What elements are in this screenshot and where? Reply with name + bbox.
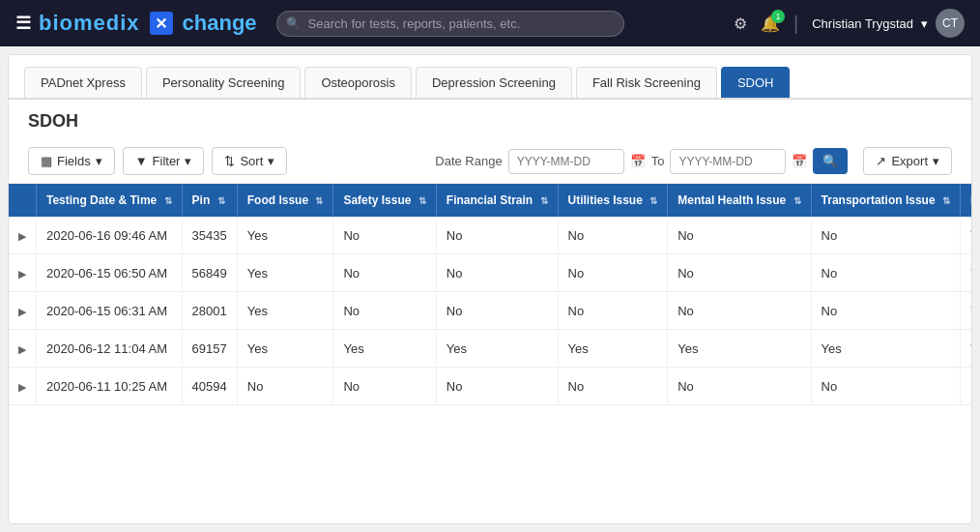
menu-icon[interactable]: ☰ bbox=[15, 13, 31, 34]
table-row: ▶ 2020-06-15 06:50 AM 56849 Yes No No No… bbox=[9, 254, 971, 292]
row-food-4: No bbox=[237, 368, 333, 405]
row-food-3: Yes bbox=[237, 330, 333, 368]
expand-arrow-4[interactable]: ▶ bbox=[18, 381, 26, 393]
row-safety-0: No bbox=[333, 217, 436, 254]
notification-badge: 1 bbox=[771, 10, 785, 23]
search-btn-icon: 🔍 bbox=[822, 154, 838, 168]
tab-padnet[interactable]: PADnet Xpress bbox=[24, 67, 142, 98]
date-search-button[interactable]: 🔍 bbox=[813, 148, 848, 174]
row-financial-1: No bbox=[436, 254, 558, 292]
th-transportation[interactable]: Transportation Issue ⇅ bbox=[811, 184, 960, 217]
row-food-2: Yes bbox=[237, 292, 333, 330]
filter-label: Filter bbox=[153, 154, 181, 168]
row-date-0: 2020-06-16 09:46 AM bbox=[37, 217, 183, 254]
row-food-0: Yes bbox=[237, 217, 333, 254]
export-chevron-icon: ▾ bbox=[933, 154, 939, 168]
th-pin[interactable]: Pin ⇅ bbox=[182, 184, 237, 217]
row-utilities-2: No bbox=[558, 292, 668, 330]
th-utilities[interactable]: Utilities Issue ⇅ bbox=[558, 184, 668, 217]
tab-depression[interactable]: Depression Screening bbox=[416, 67, 572, 98]
th-mental[interactable]: Mental Health Issue ⇅ bbox=[668, 184, 811, 217]
expand-arrow-2[interactable]: ▶ bbox=[18, 306, 26, 317]
th-safety[interactable]: Safety Issue ⇅ bbox=[333, 184, 436, 217]
date-start-input[interactable] bbox=[508, 149, 624, 174]
date-range-label: Date Range bbox=[435, 154, 502, 168]
row-mental-4: No bbox=[668, 368, 811, 405]
table-container: Testing Date & Time ⇅ Pin ⇅ Food Issue ⇅… bbox=[9, 184, 971, 488]
notification-icon[interactable]: 🔔 1 bbox=[761, 15, 780, 33]
date-end-input[interactable] bbox=[670, 149, 786, 174]
table-body: ▶ 2020-06-16 09:46 AM 35435 Yes No No No… bbox=[9, 217, 971, 405]
page-header: SDOH bbox=[9, 100, 971, 139]
row-transportation-4: No bbox=[811, 368, 960, 405]
search-icon: 🔍 bbox=[286, 16, 301, 30]
row-pin-4: 40594 bbox=[182, 368, 237, 405]
sort-arrows-food: ⇅ bbox=[315, 195, 323, 206]
navbar-right: ⚙ 🔔 1 | Christian Trygstad ▾ CT bbox=[734, 9, 965, 38]
expand-arrow-3[interactable]: ▶ bbox=[18, 343, 26, 355]
expand-arrow-1[interactable]: ▶ bbox=[18, 268, 26, 280]
tab-osteoporosis[interactable]: Osteoporosis bbox=[304, 67, 412, 98]
sort-arrows-financial: ⇅ bbox=[540, 195, 548, 206]
row-expand-1[interactable]: ▶ bbox=[9, 254, 37, 292]
row-expand-0[interactable]: ▶ bbox=[9, 217, 37, 254]
row-living-1: Yes bbox=[960, 254, 971, 292]
th-date[interactable]: Testing Date & Time ⇅ bbox=[37, 184, 183, 217]
export-button[interactable]: ↗ Export ▾ bbox=[863, 147, 952, 175]
nav-divider: | bbox=[793, 13, 798, 35]
row-transportation-1: No bbox=[811, 254, 960, 292]
fields-chevron-icon: ▾ bbox=[96, 154, 102, 168]
table-row: ▶ 2020-06-16 09:46 AM 35435 Yes No No No… bbox=[9, 217, 971, 254]
filter-button[interactable]: ▼ Filter ▾ bbox=[123, 147, 205, 175]
row-pin-1: 56849 bbox=[182, 254, 237, 292]
row-expand-4[interactable]: ▶ bbox=[9, 368, 37, 405]
row-mental-0: No bbox=[668, 217, 811, 254]
sort-arrows-mental: ⇅ bbox=[793, 195, 801, 206]
sort-button[interactable]: ⇅ Sort ▾ bbox=[212, 147, 287, 175]
row-expand-3[interactable]: ▶ bbox=[9, 330, 37, 368]
fields-button[interactable]: ▦ Fields ▾ bbox=[28, 147, 115, 175]
th-food[interactable]: Food Issue ⇅ bbox=[237, 184, 333, 217]
row-food-1: Yes bbox=[237, 254, 333, 292]
row-safety-4: No bbox=[333, 368, 436, 405]
row-financial-4: No bbox=[436, 368, 558, 405]
row-safety-3: Yes bbox=[333, 330, 436, 368]
brand-change: change bbox=[183, 11, 257, 36]
search-input[interactable] bbox=[276, 11, 624, 37]
row-transportation-3: Yes bbox=[811, 330, 960, 368]
calendar-start-icon[interactable]: 📅 bbox=[630, 154, 646, 168]
row-utilities-0: No bbox=[558, 217, 668, 254]
row-date-1: 2020-06-15 06:50 AM bbox=[37, 254, 183, 292]
row-mental-1: No bbox=[668, 254, 811, 292]
avatar: CT bbox=[936, 9, 965, 38]
row-mental-3: Yes bbox=[668, 330, 811, 368]
brand-name: biomedix bbox=[39, 11, 140, 36]
row-utilities-4: No bbox=[558, 368, 668, 405]
expand-arrow-0[interactable]: ▶ bbox=[18, 230, 26, 242]
fields-icon: ▦ bbox=[41, 154, 52, 168]
export-label: Export bbox=[891, 154, 928, 168]
date-range-group: Date Range 📅 To 📅 🔍 bbox=[435, 148, 848, 174]
page-title: SDOH bbox=[28, 111, 952, 132]
row-living-3: Yes bbox=[960, 330, 971, 368]
row-transportation-2: No bbox=[811, 292, 960, 330]
th-financial[interactable]: Financial Strain ⇅ bbox=[436, 184, 558, 217]
row-safety-1: No bbox=[333, 254, 436, 292]
settings-icon[interactable]: ⚙ bbox=[734, 15, 747, 33]
row-pin-3: 69157 bbox=[182, 330, 237, 368]
chevron-down-icon: ▾ bbox=[921, 16, 928, 31]
sort-arrows-pin: ⇅ bbox=[217, 195, 225, 206]
tab-personality[interactable]: Personality Screening bbox=[146, 67, 301, 98]
tab-sdoh[interactable]: SDOH bbox=[721, 67, 791, 98]
row-pin-0: 35435 bbox=[182, 217, 237, 254]
main-content: PADnet Xpress Personality Screening Oste… bbox=[8, 54, 972, 524]
tab-fallrisk[interactable]: Fall Risk Screening bbox=[576, 67, 717, 98]
th-living[interactable]: Living Situation Issue ⇅ bbox=[960, 184, 971, 217]
user-menu[interactable]: Christian Trygstad ▾ CT bbox=[812, 9, 965, 38]
sort-arrows-utilities: ⇅ bbox=[649, 195, 657, 206]
row-financial-3: Yes bbox=[436, 330, 558, 368]
calendar-end-icon[interactable]: 📅 bbox=[792, 154, 807, 168]
row-utilities-1: No bbox=[558, 254, 668, 292]
row-expand-2[interactable]: ▶ bbox=[9, 292, 37, 330]
row-mental-2: No bbox=[668, 292, 811, 330]
